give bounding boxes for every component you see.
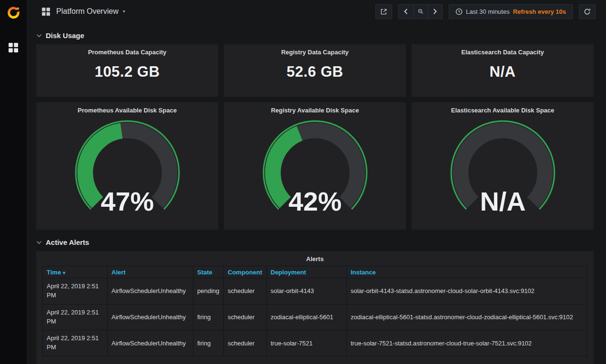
sort-desc-icon: ▾ — [63, 270, 65, 275]
cell-time: April 22, 2019 2:51 PM — [43, 304, 108, 330]
refresh-icon — [584, 8, 591, 15]
stat-panels-row: Prometheus Data Capacity 105.2 GB Regist… — [36, 44, 594, 97]
column-label: State — [197, 269, 212, 276]
gauge-panel: Registry Available Disk Space 42% — [224, 102, 406, 230]
gauge-panels-row: Prometheus Available Disk Space 47% Regi… — [36, 102, 594, 230]
top-navbar: Platform Overview ▾ — [27, 0, 606, 23]
cell-deployment: zodiacal-elliptical-5601 — [267, 304, 347, 330]
time-range-label: Last 30 minutes — [466, 8, 510, 15]
column-header-component[interactable]: Component — [224, 266, 267, 278]
cell-alert: AirflowSchedulerUnhealthy — [108, 278, 193, 304]
cell-component: scheduler — [224, 304, 267, 330]
dashboard-title-button[interactable]: Platform Overview ▾ — [56, 7, 125, 16]
cell-alert: AirflowSchedulerUnhealthy — [108, 330, 193, 356]
column-header-alert[interactable]: Alert — [108, 266, 193, 278]
cell-time: April 22, 2019 2:51 PM — [43, 278, 108, 304]
sidebar — [0, 0, 27, 364]
cell-state: pending — [193, 278, 224, 304]
time-shift-group — [398, 4, 443, 19]
cell-component: scheduler — [224, 330, 267, 356]
cell-component: scheduler — [224, 278, 267, 304]
cell-instance: zodiacal-elliptical-5601-statsd.astronom… — [347, 304, 587, 330]
chevron-right-icon — [433, 9, 437, 14]
time-picker-button[interactable]: Last 30 minutes Refresh every 10s — [449, 4, 573, 19]
gauge-value: 42% — [288, 187, 342, 216]
panel-title: Elasticsearch Available Disk Space — [412, 102, 594, 114]
dashboards-grid-icon — [9, 43, 18, 52]
section-disk-usage[interactable]: Disk Usage — [36, 31, 594, 40]
page-title: Platform Overview — [56, 7, 119, 16]
panel-title: Registry Data Capacity — [224, 44, 406, 56]
zoom-out-icon — [418, 8, 424, 15]
stat-panel: Registry Data Capacity 52.6 GB — [224, 44, 406, 97]
chevron-down-icon — [36, 34, 42, 38]
clock-icon — [455, 8, 463, 15]
gauge-chart: 47% — [61, 115, 194, 219]
column-label: Instance — [351, 269, 376, 276]
cell-time: April 22, 2019 2:51 PM — [43, 330, 108, 356]
gauge-panel: Prometheus Available Disk Space 47% — [36, 102, 218, 230]
column-label: Alert — [111, 269, 126, 276]
stat-panel: Elasticsearch Data Capacity N/A — [412, 44, 594, 97]
cell-state: firing — [193, 330, 224, 356]
column-label: Component — [228, 269, 262, 276]
gauge-chart: N/A — [436, 115, 569, 219]
cell-instance: solar-orbit-4143-statsd.astronomer-cloud… — [347, 278, 587, 304]
column-header-state[interactable]: State — [193, 266, 224, 278]
column-header-deployment[interactable]: Deployment — [267, 266, 347, 278]
zoom-out-button[interactable] — [413, 4, 428, 19]
time-forward-button[interactable] — [428, 4, 443, 19]
caret-down-icon: ▾ — [123, 9, 125, 14]
stat-value: N/A — [412, 63, 594, 81]
column-header-instance[interactable]: Instance — [347, 266, 587, 278]
cell-deployment: true-solar-7521 — [267, 330, 347, 356]
section-active-alerts[interactable]: Active Alerts — [36, 238, 594, 246]
dashboard-content: Disk Usage Prometheus Data Capacity 105.… — [27, 31, 606, 364]
cell-alert: AirflowSchedulerUnhealthy — [108, 304, 193, 330]
navbar-right: Last 30 minutes Refresh every 10s — [375, 4, 596, 19]
grafana-logo[interactable] — [0, 0, 27, 25]
cell-instance: true-solar-7521-statsd.astronomer-cloud-… — [347, 330, 587, 356]
chevron-left-icon — [404, 9, 408, 14]
alerts-table: Time▾ Alert State Component Deployment I… — [42, 266, 587, 356]
dashboard-picker-icon[interactable] — [42, 8, 50, 16]
column-label: Time — [47, 269, 61, 276]
stat-panel: Prometheus Data Capacity 105.2 GB — [36, 44, 218, 97]
cell-deployment: solar-orbit-4143 — [267, 278, 347, 304]
column-header-time[interactable]: Time▾ — [43, 266, 108, 278]
gauge-panel: Elasticsearch Available Disk Space N/A — [412, 102, 594, 230]
sidebar-item-dashboards[interactable] — [9, 43, 18, 52]
chevron-down-icon — [36, 241, 42, 244]
cell-state: firing — [193, 304, 224, 330]
alerts-panel-title: Alerts — [36, 251, 594, 263]
column-label: Deployment — [271, 269, 306, 276]
refresh-interval-label: Refresh every 10s — [513, 8, 566, 15]
gauge-value: N/A — [480, 187, 525, 216]
navbar-left: Platform Overview ▾ — [42, 7, 125, 16]
section-title: Disk Usage — [46, 31, 84, 40]
panel-title: Prometheus Available Disk Space — [36, 102, 218, 114]
share-button[interactable] — [375, 4, 392, 19]
panel-title: Registry Available Disk Space — [224, 102, 406, 114]
gauge-chart: 42% — [249, 115, 382, 219]
section-title: Active Alerts — [46, 238, 89, 246]
time-back-button[interactable] — [398, 4, 413, 19]
refresh-button[interactable] — [579, 4, 596, 19]
stat-value: 105.2 GB — [36, 63, 218, 81]
table-header-row: Time▾ Alert State Component Deployment I… — [43, 266, 587, 278]
gauge-value: 47% — [101, 187, 154, 216]
share-icon — [380, 8, 387, 15]
alert-table-row[interactable]: April 22, 2019 2:51 PM AirflowSchedulerU… — [43, 330, 587, 356]
alert-table-row[interactable]: April 22, 2019 2:51 PM AirflowSchedulerU… — [43, 278, 587, 304]
panel-title: Elasticsearch Data Capacity — [412, 44, 594, 56]
stat-value: 52.6 GB — [224, 63, 406, 81]
alerts-panel: Alerts Time▾ Alert State Component Deplo… — [36, 251, 594, 364]
panel-title: Prometheus Data Capacity — [36, 44, 218, 56]
grafana-flame-icon — [6, 5, 21, 20]
alert-table-row[interactable]: April 22, 2019 2:51 PM AirflowSchedulerU… — [43, 304, 587, 330]
